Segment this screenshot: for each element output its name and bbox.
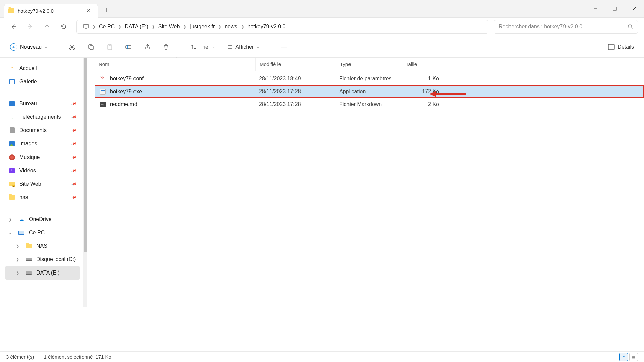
sidebar-item-drive-e[interactable]: ❯DATA (E:)	[5, 266, 80, 280]
chevron-right-icon[interactable]: ❯	[16, 244, 21, 248]
back-button[interactable]	[6, 19, 21, 34]
rename-button[interactable]	[120, 40, 137, 54]
maximize-button[interactable]	[605, 2, 625, 15]
status-selection-size: 171 Ko	[95, 354, 111, 360]
sidebar-item-images[interactable]: Images📌	[5, 137, 80, 150]
sidebar-label: Téléchargements	[19, 114, 61, 120]
column-header-name[interactable]: ⌃Nom	[95, 58, 256, 71]
file-row[interactable]: M↓readme.md 28/11/2023 17:28 Fichier Mar…	[95, 98, 644, 111]
pin-icon: 📌	[71, 181, 77, 187]
column-header-size[interactable]: Taille	[401, 58, 445, 71]
file-size: 1 Ko	[401, 76, 443, 82]
chevron-right-icon[interactable]: ❯	[16, 257, 21, 262]
forward-button[interactable]	[23, 19, 38, 34]
sidebar-item-documents[interactable]: Documents📌	[5, 124, 80, 137]
breadcrumb-bar[interactable]: ❯ Ce PC ❯ DATA (E:) ❯ Site Web ❯ justgee…	[76, 20, 488, 34]
sidebar-item-siteweb[interactable]: Site Web📌	[5, 177, 80, 191]
file-type: Fichier Markdown	[335, 101, 401, 107]
file-list: hotkey79.conf 28/11/2023 18:49 Fichier d…	[87, 71, 644, 111]
sidebar-item-music[interactable]: Musique📌	[5, 150, 80, 164]
share-button[interactable]	[139, 40, 155, 54]
chevron-right-icon: ❯	[241, 24, 244, 29]
breadcrumb-root[interactable]	[79, 20, 92, 33]
scrollbar-track[interactable]	[83, 58, 87, 307]
scissors-icon	[69, 44, 75, 50]
minimize-icon	[593, 7, 597, 11]
pin-icon: 📌	[71, 141, 77, 147]
divider	[7, 208, 81, 208]
sidebar-label: Accueil	[19, 65, 37, 71]
file-row[interactable]: hotkey79.conf 28/11/2023 18:49 Fichier d…	[95, 72, 644, 85]
download-icon: ↓	[9, 114, 15, 120]
file-name: hotkey79.conf	[110, 76, 144, 82]
paste-button[interactable]	[102, 40, 118, 54]
status-selection: 1 élément sélectionné	[44, 354, 93, 360]
sidebar-item-thispc[interactable]: ⌄Ce PC	[5, 226, 80, 239]
scrollbar-thumb[interactable]	[84, 58, 87, 252]
rename-icon	[125, 44, 132, 50]
sidebar-label: Ce PC	[29, 230, 45, 236]
file-modified: 28/11/2023 18:49	[255, 76, 335, 82]
new-tab-button[interactable]	[100, 4, 113, 16]
up-button[interactable]	[40, 19, 54, 34]
file-modified: 28/11/2023 17:28	[255, 101, 335, 107]
view-button[interactable]: Afficher ⌄	[223, 42, 264, 52]
chevron-right-icon: ❯	[218, 24, 221, 29]
drive-icon	[25, 256, 32, 263]
refresh-button[interactable]	[56, 19, 71, 34]
new-button[interactable]: + Nouveau ⌄	[6, 41, 52, 53]
sidebar-item-home[interactable]: ⌂Accueil	[5, 62, 80, 75]
chevron-down-icon[interactable]: ⌄	[9, 231, 14, 235]
column-header-modified[interactable]: Modifié le	[256, 58, 336, 71]
sidebar-label: Site Web	[19, 181, 41, 187]
sidebar-item-nas[interactable]: nas📌	[5, 191, 80, 204]
sort-button[interactable]: Trier ⌄	[186, 42, 220, 52]
svg-rect-1	[83, 25, 89, 28]
details-pane-button[interactable]: Détails	[604, 42, 638, 52]
column-label: Type	[340, 61, 351, 67]
file-modified: 28/11/2023 17:28	[255, 88, 335, 95]
svg-point-12	[286, 46, 287, 47]
details-pane-icon	[608, 44, 615, 50]
minimize-button[interactable]	[586, 2, 605, 15]
close-icon	[86, 9, 90, 13]
chevron-right-icon: ❯	[183, 24, 186, 29]
details-view-button[interactable]: ≡	[619, 353, 628, 361]
chevron-right-icon[interactable]: ❯	[16, 271, 21, 275]
breadcrumb-item[interactable]: Ce PC	[96, 20, 118, 33]
file-row[interactable]: hotkey79.exe 28/11/2023 17:28 Applicatio…	[95, 85, 644, 98]
icons-view-button[interactable]: ▦	[629, 353, 638, 361]
close-window-button[interactable]	[625, 2, 644, 15]
delete-button[interactable]	[158, 40, 174, 54]
chevron-right-icon[interactable]: ❯	[9, 217, 14, 222]
search-box[interactable]: Rechercher dans : hotkey79-v2.0.0	[494, 20, 638, 34]
tab-close-button[interactable]	[84, 6, 93, 15]
sidebar-item-onedrive[interactable]: ❯☁OneDrive	[5, 213, 80, 226]
pin-icon: 📌	[71, 194, 77, 200]
cut-button[interactable]	[64, 40, 80, 54]
sidebar-item-drive-nas[interactable]: ❯NAS	[5, 239, 80, 253]
sidebar-label: Images	[19, 141, 37, 147]
sidebar-item-gallery[interactable]: Galerie	[5, 75, 80, 88]
file-size: 2 Ko	[401, 101, 443, 107]
copy-button[interactable]	[83, 40, 99, 54]
breadcrumb-item[interactable]: Site Web	[155, 20, 183, 33]
file-type: Fichier de paramètres...	[335, 76, 401, 82]
column-header-type[interactable]: Type	[336, 58, 401, 71]
sidebar-item-videos[interactable]: Vidéos📌	[5, 164, 80, 177]
sidebar-item-downloads[interactable]: ↓Téléchargements📌	[5, 110, 80, 124]
breadcrumb-item[interactable]: hotkey79-v2.0.0	[244, 20, 289, 33]
body: ⌂Accueil Galerie Bureau📌 ↓Téléchargement…	[0, 58, 644, 351]
breadcrumb-item[interactable]: DATA (E:)	[121, 20, 152, 33]
md-file-icon: M↓	[99, 101, 106, 108]
chevron-right-icon: ❯	[152, 24, 155, 29]
breadcrumb-item[interactable]: news	[221, 20, 240, 33]
separator	[58, 42, 58, 52]
sidebar-item-desktop[interactable]: Bureau📌	[5, 97, 80, 110]
svg-point-2	[628, 25, 632, 28]
active-tab[interactable]: hotkey79-v2.0.0	[4, 4, 98, 18]
more-button[interactable]	[276, 40, 292, 54]
breadcrumb-item[interactable]: justgeek.fr	[186, 20, 218, 33]
gallery-icon	[9, 78, 15, 85]
sidebar-item-drive-c[interactable]: ❯Disque local (C:)	[5, 253, 80, 266]
